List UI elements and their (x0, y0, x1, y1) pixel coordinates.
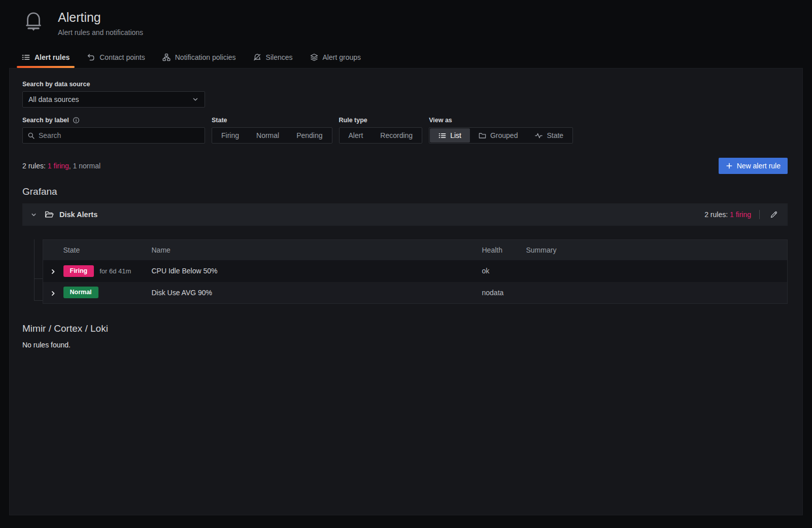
tree-connector (34, 239, 43, 279)
col-header-health: Health (482, 240, 526, 260)
view-as-option-list[interactable]: List (430, 128, 470, 143)
col-header-summary: Summary (526, 240, 788, 260)
datasource-label: Search by data source (22, 81, 788, 88)
bell-icon (22, 9, 45, 34)
datasource-select[interactable]: All data sources (22, 91, 205, 108)
mimir-section: Mimir / Cortex / Loki No rules found. (22, 323, 788, 349)
rule-type-filter: Rule type Alert Recording (339, 117, 423, 144)
state-option-normal[interactable]: Normal (248, 128, 288, 143)
edit-group-button[interactable] (768, 208, 780, 221)
rule-summary (526, 282, 788, 304)
sitemap-icon (162, 53, 171, 61)
new-alert-rule-button[interactable]: New alert rule (719, 158, 788, 174)
grafana-section: Grafana Disk Alerts 2 rules: 1 firing (22, 186, 788, 304)
status-badge: Normal (63, 287, 98, 298)
collapse-group-button[interactable] (28, 209, 39, 220)
label-filter: Search by label (22, 117, 205, 144)
state-button-group: Firing Normal Pending (212, 127, 332, 144)
rule-health: nodata (482, 282, 526, 304)
state-label: State (212, 117, 332, 124)
section-heading-mimir: Mimir / Cortex / Loki (22, 323, 788, 334)
tab-silences[interactable]: Silences (247, 50, 299, 68)
tab-label: Silences (266, 53, 293, 61)
tab-label: Alert rules (35, 53, 70, 61)
chevron-down-icon (30, 212, 37, 218)
rule-type-option-alert[interactable]: Alert (340, 128, 372, 143)
state-option-firing[interactable]: Firing (213, 128, 248, 143)
page-title-block: Alerting Alert rules and notifications (58, 9, 143, 37)
view-as-label: View as (429, 117, 573, 124)
filter-row: Search by label (22, 117, 788, 144)
group-name: Disk Alerts (59, 210, 97, 219)
divider (759, 210, 760, 219)
state-option-pending[interactable]: Pending (288, 128, 331, 143)
content-panel: Search by data source All data sources S… (9, 68, 803, 515)
rule-type-option-recording[interactable]: Recording (371, 128, 421, 143)
tab-contact-points[interactable]: Contact points (81, 50, 151, 68)
rules-table-wrap: State Name Health Summary (22, 239, 788, 304)
list-icon (438, 132, 446, 139)
tab-alert-rules[interactable]: Alert rules (16, 50, 76, 68)
bell-slash-icon (253, 53, 261, 61)
rule-group-header: Disk Alerts 2 rules: 1 firing (22, 203, 788, 226)
tab-bar: Alert rules Contact points Notification … (0, 50, 812, 68)
rule-type-button-group: Alert Recording (339, 127, 423, 144)
tab-label: Contact points (99, 53, 145, 61)
table-row: Firing for 6d 41m CPU Idle Below 50% ok (43, 260, 788, 282)
state-filter: State Firing Normal Pending (212, 117, 332, 144)
status-badge: Firing (63, 265, 94, 277)
rule-type-label: Rule type (339, 117, 423, 124)
info-icon (73, 117, 80, 124)
view-as-option-state[interactable]: State (526, 128, 572, 143)
view-as-option-grouped[interactable]: Grouped (470, 128, 526, 143)
search-icon (27, 132, 35, 139)
label-search-label: Search by label (22, 117, 69, 124)
layer-group-icon (310, 53, 318, 61)
search-input[interactable] (39, 131, 200, 139)
summary-row: 2 rules: 1 firing, 1 normal New alert ru… (22, 158, 788, 174)
tab-alert-groups[interactable]: Alert groups (304, 50, 367, 68)
rule-health: ok (482, 260, 526, 282)
chevron-down-icon (192, 96, 199, 103)
tab-notification-policies[interactable]: Notification policies (156, 50, 242, 68)
activity-icon (535, 132, 543, 139)
tab-label: Notification policies (175, 53, 236, 61)
tree-connector (34, 279, 43, 301)
view-as-button-group: List Grouped State (429, 127, 573, 144)
folder-open-icon (45, 210, 54, 219)
datasource-filter: Search by data source All data sources (22, 81, 788, 108)
firing-duration: for 6d 41m (99, 267, 131, 275)
table-row: Normal Disk Use AVG 90% nodata (43, 282, 788, 304)
page-title: Alerting (58, 10, 143, 25)
no-rules-message: No rules found. (22, 341, 788, 349)
col-header-name: Name (152, 240, 482, 260)
expand-row-button[interactable] (50, 290, 56, 297)
rule-stats: 2 rules: 1 firing, 1 normal (22, 162, 100, 170)
rule-name: Disk Use AVG 90% (152, 282, 482, 304)
group-stats: 2 rules: 1 firing (704, 210, 751, 219)
section-heading-grafana: Grafana (22, 186, 788, 197)
rule-summary (526, 260, 788, 282)
view-as-filter: View as List (429, 117, 573, 144)
pencil-icon (770, 210, 778, 219)
rule-name: CPU Idle Below 50% (152, 260, 482, 282)
plus-icon (726, 162, 733, 169)
folder-icon (479, 132, 486, 139)
page-header: Alerting Alert rules and notifications (0, 0, 812, 37)
page-subtitle: Alert rules and notifications (58, 28, 143, 37)
rules-table: State Name Health Summary (43, 239, 788, 304)
list-ul-icon (22, 53, 30, 61)
col-header-state: State (63, 240, 152, 260)
datasource-value: All data sources (28, 95, 79, 103)
tab-label: Alert groups (323, 53, 361, 61)
expand-row-button[interactable] (50, 268, 56, 275)
comment-share-icon (87, 53, 95, 61)
normal-count: , 1 normal (69, 162, 100, 170)
firing-count: 1 firing (48, 162, 69, 170)
table-header-row: State Name Health Summary (43, 240, 788, 260)
label-search-box (22, 127, 205, 144)
